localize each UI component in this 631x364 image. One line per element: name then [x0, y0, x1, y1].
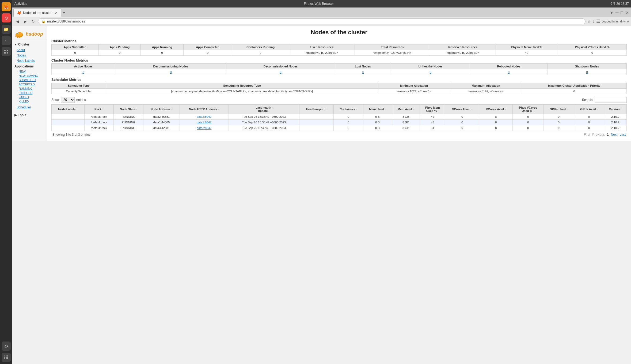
- cell-containers: 0: [333, 125, 363, 131]
- svg-point-16: [17, 33, 18, 34]
- nav-app-finished[interactable]: FINISHED: [12, 91, 47, 95]
- th-health-report[interactable]: Health-report ↕: [299, 105, 333, 114]
- cell-version: 2.10.2: [604, 114, 626, 120]
- val-max-allocation: <memory:8192, vCores:4>: [450, 89, 522, 94]
- cell-node-address: data1:44305: [143, 120, 180, 125]
- show-label: Show: [51, 98, 59, 102]
- files-os-icon[interactable]: 📁: [2, 25, 11, 34]
- search-label: Search:: [582, 98, 593, 102]
- previous-page-button[interactable]: Previous: [592, 133, 605, 136]
- svg-rect-2: [4, 52, 6, 54]
- page-1-button[interactable]: 1: [607, 133, 609, 136]
- entries-label: entries: [76, 98, 86, 102]
- search-input[interactable]: [595, 97, 627, 103]
- th-gpus-used[interactable]: GPUs Used ↕: [543, 105, 574, 114]
- firefox-os-icon[interactable]: 🦊: [2, 2, 11, 11]
- val-rebooted-nodes[interactable]: 0: [470, 69, 548, 75]
- th-gpus-avail[interactable]: GPUs Avail ↕: [574, 105, 604, 114]
- th-mem-used[interactable]: Mem Used ↕: [363, 105, 392, 114]
- th-containers[interactable]: Containers ↕: [333, 105, 363, 114]
- cell-node-http-address[interactable]: data3:8042: [180, 125, 229, 131]
- val-shutdown-nodes[interactable]: 0: [548, 69, 627, 75]
- val-lost-nodes[interactable]: 0: [335, 69, 391, 75]
- nav-scheduler[interactable]: Scheduler: [12, 105, 47, 110]
- nav-nodes[interactable]: Nodes: [12, 53, 47, 58]
- scheduler-metrics-title: Scheduler Metrics: [51, 78, 627, 82]
- url-text: master:8088/cluster/nodes: [47, 20, 85, 23]
- nav-app-running[interactable]: RUNNING: [12, 86, 47, 91]
- nav-app-new[interactable]: NEW: [12, 69, 47, 74]
- th-node-state[interactable]: Node State ↕: [114, 105, 143, 114]
- cell-node-address: data2:46381: [143, 114, 180, 120]
- activities-label[interactable]: Activities: [14, 2, 27, 6]
- nav-app-failed[interactable]: FAILED: [12, 95, 47, 99]
- nav-node-labels[interactable]: Node Labels: [12, 58, 47, 63]
- bookmark-icon[interactable]: ☆: [587, 19, 591, 24]
- nav-app-submitted[interactable]: SUBMITTED: [12, 78, 47, 82]
- maximize-button[interactable]: □: [619, 10, 624, 15]
- val-decommissioning-nodes[interactable]: 0: [115, 69, 226, 75]
- val-phys-mem-used: 49: [496, 50, 558, 56]
- th-phys-mem-used[interactable]: Phys MemUsed % ↕: [420, 105, 445, 114]
- cell-mem-used: 0 B: [363, 114, 392, 120]
- apps-os-icon[interactable]: [2, 47, 11, 56]
- nav-tools-header[interactable]: ▶ Tools: [12, 112, 47, 118]
- table-footer: Showing 1 to 3 of 3 entries First Previo…: [51, 131, 627, 138]
- th-node-http-address[interactable]: Node HTTP Address ↕: [180, 105, 229, 114]
- th-rack[interactable]: Rack ↕: [84, 105, 114, 114]
- th-version[interactable]: Version ↕: [604, 105, 626, 114]
- th-vcores-avail[interactable]: VCores Avail ↕: [479, 105, 513, 114]
- nav-app-new-saving[interactable]: NEW_SAVING: [12, 74, 47, 78]
- th-last-health-update[interactable]: Last health-update ↕: [229, 105, 299, 114]
- cluster-nav-header[interactable]: ▼ Cluster: [12, 41, 47, 47]
- val-unhealthy-nodes[interactable]: 0: [391, 69, 470, 75]
- nav-app-killed[interactable]: KILLED: [12, 99, 47, 104]
- cell-gpus-used: 0: [543, 120, 574, 125]
- terminal-os-icon[interactable]: >_: [2, 36, 11, 45]
- col-scheduling-resource-type: Scheduling Resource Type: [106, 83, 378, 89]
- close-button[interactable]: ✕: [624, 10, 630, 15]
- cell-node-http-address[interactable]: data2:8042: [180, 114, 229, 120]
- url-bar[interactable]: 🔒 master:8088/cluster/nodes: [38, 18, 586, 24]
- show-entries-select[interactable]: 20 50 100: [61, 97, 75, 103]
- th-node-labels[interactable]: Node Labels ↕: [52, 105, 85, 114]
- col-total-resources: Total Resources: [355, 44, 430, 50]
- ubuntu-os-icon[interactable]: ⊙: [2, 13, 11, 22]
- tab-title: Nodes of the cluster: [23, 11, 52, 15]
- page-content: Nodes of the cluster Cluster Metrics App…: [47, 26, 631, 141]
- last-page-button[interactable]: Last: [619, 133, 626, 136]
- minimize-button[interactable]: ─: [614, 10, 619, 15]
- th-phys-vcores-used[interactable]: Phys VCoresUsed % ↕: [513, 105, 543, 114]
- nav-app-accepted[interactable]: ACCEPTED: [12, 82, 47, 86]
- tab-dropdown-button[interactable]: ▾: [609, 10, 614, 16]
- reload-button[interactable]: ↻: [30, 19, 36, 24]
- th-node-address[interactable]: Node Address ↕: [143, 105, 180, 114]
- val-apps-submitted: 0: [52, 50, 99, 56]
- cell-gpus-avail: 0: [574, 114, 604, 120]
- nav-applications-header: Applications: [12, 63, 47, 69]
- browser-navbar: ◀ ▶ ↻ 🔒 master:8088/cluster/nodes ☆ ↓ ☰ …: [12, 17, 631, 26]
- forward-button[interactable]: ▶: [22, 19, 28, 24]
- nav-about[interactable]: About: [12, 47, 47, 53]
- cell-vcores-avail: 8: [479, 120, 513, 125]
- next-page-button[interactable]: Next: [611, 133, 618, 136]
- val-active-nodes[interactable]: 3: [52, 69, 115, 75]
- th-mem-avail[interactable]: Mem Avail ↕: [392, 105, 420, 114]
- browser-tab[interactable]: 🦊 Nodes of the cluster ✕: [13, 9, 61, 17]
- cell-node-http-address[interactable]: data1:8042: [180, 120, 229, 125]
- table-controls: Show 20 50 100 entries Search:: [51, 97, 627, 103]
- table-row: /default-rackRUNNINGdata2:46381data2:804…: [52, 114, 627, 120]
- browser-title: Firefox Web Browser: [27, 2, 610, 6]
- new-tab-button[interactable]: +: [63, 10, 66, 16]
- back-button[interactable]: ◀: [14, 19, 21, 24]
- os-sidebar: 🦊 ⊙ 📁 >_ ⚙: [0, 0, 12, 141]
- cell-last-health-update: Tue Sep 26 18:35:49 +0800 2023: [229, 114, 299, 120]
- tab-close-button[interactable]: ✕: [55, 11, 58, 15]
- val-total-resources: <memory:24 GB, vCores:24>: [355, 50, 430, 56]
- menu-icon[interactable]: ☰: [596, 19, 600, 24]
- first-page-button[interactable]: First: [584, 133, 590, 136]
- downloads-icon[interactable]: ↓: [592, 19, 595, 24]
- val-decommissioned-nodes[interactable]: 0: [226, 69, 335, 75]
- hadoop-elephant-logo: [14, 30, 25, 38]
- th-vcores-used[interactable]: VCores Used ↕: [445, 105, 479, 114]
